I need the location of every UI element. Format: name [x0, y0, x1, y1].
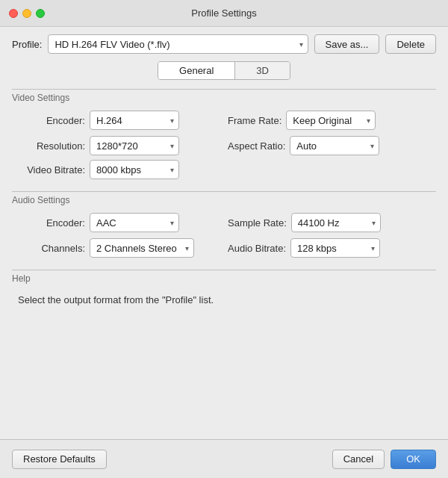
help-section-label: Help [12, 273, 436, 284]
tabs-row: General 3D [12, 61, 436, 80]
frame-rate-select-wrapper: Keep Original 24 fps 25 fps 30 fps 60 fp… [286, 111, 376, 130]
frame-rate-select[interactable]: Keep Original 24 fps 25 fps 30 fps 60 fp… [286, 111, 376, 130]
video-settings-grid: Encoder: H.264 H.265 MPEG-4 VP9 Frame Ra… [12, 111, 436, 155]
help-section: Help Select the output format from the "… [12, 270, 436, 308]
frame-rate-field-row: Frame Rate: Keep Original 24 fps 25 fps … [228, 111, 430, 130]
video-settings-label: Video Settings [12, 93, 436, 103]
encoder-field-row: Encoder: H.264 H.265 MPEG-4 VP9 [18, 111, 220, 130]
sample-rate-label: Sample Rate: [228, 217, 287, 229]
video-bitrate-select-wrapper: 8000 kbps 4000 kbps 2000 kbps 1000 kbps [90, 160, 179, 179]
window-title: Profile Settings [191, 7, 256, 19]
aspect-ratio-select-wrapper: Auto 16:9 4:3 1:1 [290, 136, 379, 155]
close-button[interactable] [9, 9, 18, 18]
profile-label: Profile: [12, 39, 42, 50]
video-settings-section: Video Settings Encoder: H.264 H.265 MPEG… [12, 89, 436, 184]
resolution-select[interactable]: 1280*720 1920*1080 640*480 854*480 [90, 136, 179, 155]
audio-bitrate-field-row: Audio Bitrate: 128 kbps 192 kbps 256 kbp… [228, 238, 430, 258]
video-bitrate-label: Video Bitrate: [18, 164, 85, 176]
resolution-select-wrapper: 1280*720 1920*1080 640*480 854*480 [90, 136, 179, 155]
traffic-lights [9, 9, 45, 18]
audio-encoder-select[interactable]: AAC MP3 AC3 FLAC [90, 213, 179, 232]
encoder-select[interactable]: H.264 H.265 MPEG-4 VP9 [90, 111, 179, 130]
channels-select-wrapper: 2 Channels Stereo 1 Channel Mono 5.1 Sur… [90, 238, 194, 258]
sample-rate-select[interactable]: 44100 Hz 48000 Hz 22050 Hz 96000 Hz [291, 213, 381, 232]
tab-general[interactable]: General [158, 62, 235, 79]
aspect-ratio-label: Aspect Ratio: [228, 140, 285, 152]
bottom-bar: Restore Defaults Cancel OK [0, 439, 448, 478]
title-bar: Profile Settings [0, 0, 448, 27]
video-bitrate-row: Video Bitrate: 8000 kbps 4000 kbps 2000 … [12, 160, 436, 179]
tab-3d[interactable]: 3D [235, 62, 290, 79]
audio-bitrate-select[interactable]: 128 kbps 192 kbps 256 kbps 320 kbps 64 k… [290, 238, 380, 258]
help-text: Select the output format from the "Profi… [12, 291, 436, 308]
sample-rate-select-wrapper: 44100 Hz 48000 Hz 22050 Hz 96000 Hz [291, 213, 381, 232]
profile-select-wrapper: HD H.264 FLV Video (*.flv) HD H.264 MP4 … [48, 34, 308, 54]
channels-field-row: Channels: 2 Channels Stereo 1 Channel Mo… [18, 238, 220, 258]
profile-row: Profile: HD H.264 FLV Video (*.flv) HD H… [12, 34, 436, 54]
delete-button[interactable]: Delete [385, 34, 436, 54]
aspect-ratio-field-row: Aspect Ratio: Auto 16:9 4:3 1:1 [228, 136, 430, 155]
bottom-right-buttons: Cancel OK [332, 450, 436, 469]
audio-encoder-select-wrapper: AAC MP3 AC3 FLAC [90, 213, 179, 232]
maximize-button[interactable] [36, 9, 45, 18]
cancel-button[interactable]: Cancel [332, 450, 385, 469]
profile-select[interactable]: HD H.264 FLV Video (*.flv) HD H.264 MP4 … [48, 34, 308, 54]
resolution-field-row: Resolution: 1280*720 1920*1080 640*480 8… [18, 136, 220, 155]
audio-encoder-field-row: Encoder: AAC MP3 AC3 FLAC [18, 213, 220, 232]
channels-select[interactable]: 2 Channels Stereo 1 Channel Mono 5.1 Sur… [90, 238, 194, 258]
video-bitrate-select[interactable]: 8000 kbps 4000 kbps 2000 kbps 1000 kbps [90, 160, 179, 179]
audio-settings-section: Audio Settings Encoder: AAC MP3 AC3 FLAC… [12, 191, 436, 262]
sample-rate-field-row: Sample Rate: 44100 Hz 48000 Hz 22050 Hz … [228, 213, 430, 232]
profile-select-container: HD H.264 FLV Video (*.flv) HD H.264 MP4 … [48, 34, 308, 54]
channels-label: Channels: [18, 243, 85, 254]
tabs-container: General 3D [158, 61, 290, 80]
audio-settings-grid: Encoder: AAC MP3 AC3 FLAC Sample Rate: 4… [12, 213, 436, 258]
encoder-select-wrapper: H.264 H.265 MPEG-4 VP9 [90, 111, 179, 130]
frame-rate-label: Frame Rate: [228, 115, 281, 126]
resolution-label: Resolution: [18, 140, 85, 152]
ok-button[interactable]: OK [391, 450, 436, 469]
save-as-button[interactable]: Save as... [314, 34, 380, 54]
audio-bitrate-label: Audio Bitrate: [228, 243, 286, 254]
aspect-ratio-select[interactable]: Auto 16:9 4:3 1:1 [290, 136, 379, 155]
restore-defaults-button[interactable]: Restore Defaults [12, 450, 107, 469]
encoder-label: Encoder: [18, 115, 85, 126]
audio-settings-label: Audio Settings [12, 195, 436, 205]
audio-bitrate-select-wrapper: 128 kbps 192 kbps 256 kbps 320 kbps 64 k… [290, 238, 380, 258]
main-content: Profile: HD H.264 FLV Video (*.flv) HD H… [0, 27, 448, 439]
audio-encoder-label: Encoder: [18, 217, 85, 229]
minimize-button[interactable] [22, 9, 31, 18]
